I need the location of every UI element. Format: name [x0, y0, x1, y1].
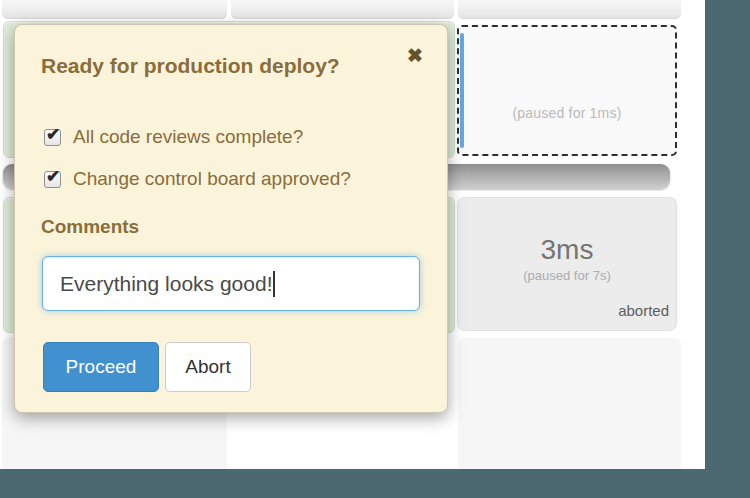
change-control-checkbox[interactable]: ✔ — [44, 171, 61, 188]
checkbox-label: Change control board approved? — [73, 168, 351, 190]
checklist-item-code-reviews: ✔ All code reviews complete? — [44, 125, 303, 149]
pending-stage-cell: (paused for 1ms) — [457, 25, 677, 156]
check-icon: ✔ — [46, 124, 60, 145]
comments-label: Comments — [41, 216, 139, 238]
code-reviews-checkbox[interactable]: ✔ — [44, 129, 61, 146]
proceed-button[interactable]: Proceed — [43, 342, 159, 392]
abort-button[interactable]: Abort — [165, 342, 251, 392]
frame-right-band — [705, 0, 750, 498]
close-icon[interactable]: ✖ — [407, 45, 423, 67]
frame-bottom-band — [0, 469, 750, 498]
dialog-title: Ready for production deploy? — [41, 54, 340, 78]
stage-status-label: aborted — [618, 302, 669, 319]
comments-input[interactable]: Everything looks good! — [42, 256, 420, 311]
stage-duration-label: 3ms — [541, 235, 594, 265]
paused-note: (paused for 7s) — [523, 268, 610, 283]
checklist-item-change-control: ✔ Change control board approved? — [44, 167, 351, 191]
paused-note: (paused for 1ms) — [512, 105, 621, 121]
aborted-stage-cell: 3ms (paused for 7s) aborted — [457, 197, 677, 331]
stage-column-header-3 — [458, 0, 681, 19]
text-caret — [273, 271, 275, 297]
stage-column-header-2 — [231, 0, 454, 19]
deploy-input-dialog: Ready for production deploy? ✖ ✔ All cod… — [14, 24, 448, 413]
check-icon: ✔ — [46, 166, 60, 187]
stage-column-header-1 — [2, 0, 227, 19]
stage-progress-accent — [460, 33, 464, 148]
comments-input-value: Everything looks good! — [60, 272, 272, 296]
empty-stage-cell-right — [458, 337, 681, 469]
pipeline-stage-view: (paused for 1ms) 3ms (paused for 7s) abo… — [0, 0, 750, 498]
checkbox-label: All code reviews complete? — [73, 126, 303, 148]
